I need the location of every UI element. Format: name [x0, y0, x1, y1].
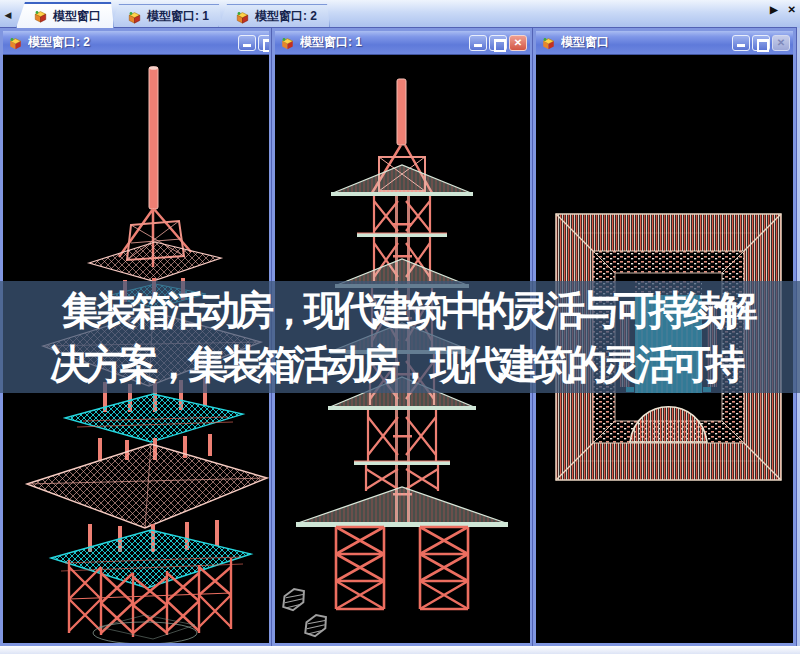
model-window-icon: [127, 10, 142, 24]
window-titlebar[interactable]: 模型窗口: 1 ✕: [275, 31, 530, 55]
model-window-icon: [33, 9, 48, 23]
tab-scroll-right-icon[interactable]: ▶: [770, 4, 778, 15]
window-title: 模型窗口: [561, 34, 727, 51]
tab-label: 模型窗口: 2: [255, 8, 317, 25]
window-title: 模型窗口: 1: [300, 34, 464, 51]
tab-model-window-1[interactable]: 模型窗口: 1: [110, 4, 222, 28]
minimize-button[interactable]: [469, 35, 487, 51]
minimize-button[interactable]: [238, 35, 256, 51]
window-titlebar[interactable]: 模型窗口: 2: [3, 31, 269, 55]
caption-line-1: 集装箱活动房，现代建筑中的灵活与可持续解: [0, 283, 800, 337]
bottom-strip: [0, 646, 800, 654]
minimize-button[interactable]: [732, 35, 750, 51]
tab-label: 模型窗口: [53, 8, 101, 25]
tab-model-window[interactable]: 模型窗口: [16, 2, 114, 28]
window-titlebar[interactable]: 模型窗口 ✕: [536, 31, 793, 55]
maximize-button[interactable]: [752, 35, 770, 51]
close-button[interactable]: ✕: [509, 35, 527, 51]
footprints-watermark-icon: [279, 584, 332, 640]
caption-banner: 集装箱活动房，现代建筑中的灵活与可持续解 决方案，集装箱活动房，现代建筑的灵活可…: [0, 281, 800, 393]
tab-model-window-2[interactable]: 模型窗口: 2: [218, 4, 330, 28]
caption-line-2: 决方案，集装箱活动房，现代建筑的灵活可持: [0, 337, 800, 391]
tab-bar: ◀ 模型窗口 模型窗口: 1 模型窗口: 2 ▶ ✕: [0, 0, 800, 28]
window-title: 模型窗口: 2: [28, 34, 233, 51]
model-window-icon: [280, 36, 295, 50]
application-window: ◀ 模型窗口 模型窗口: 1 模型窗口: 2 ▶ ✕ 模型窗口: 2: [0, 0, 800, 654]
tab-label: 模型窗口: 1: [147, 8, 209, 25]
maximize-button[interactable]: [258, 35, 269, 51]
tabbar-close-icon[interactable]: ✕: [788, 4, 796, 15]
model-window-icon: [235, 10, 250, 24]
tab-scroll-left-icon[interactable]: ◀: [0, 5, 16, 25]
maximize-button[interactable]: [489, 35, 507, 51]
model-window-icon: [541, 36, 556, 50]
close-button-disabled[interactable]: ✕: [772, 35, 790, 51]
model-window-icon: [8, 36, 23, 50]
